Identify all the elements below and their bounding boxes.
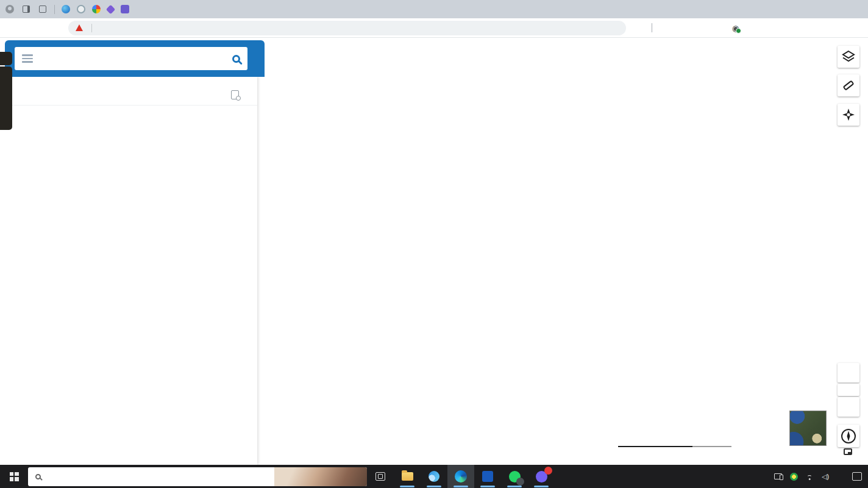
extension-icon-color[interactable]	[92, 5, 101, 13]
measure-button[interactable]	[838, 74, 859, 96]
start-button[interactable]	[0, 465, 28, 488]
browser-actions: ◉	[633, 20, 762, 36]
devices-icon[interactable]	[770, 465, 785, 488]
extension-icon-diamond[interactable]	[106, 4, 116, 14]
cadastral-map[interactable]	[257, 38, 868, 465]
system-tray: ◁)	[755, 465, 868, 488]
address-bar: ◉	[0, 18, 868, 38]
collections-icon[interactable]	[691, 20, 707, 36]
browser-tab-bar	[0, 0, 868, 18]
layers-icon	[841, 49, 856, 65]
map-canvas[interactable]	[257, 38, 868, 465]
lotinfo-extension-tab[interactable]	[0, 52, 13, 130]
notification-icon[interactable]	[850, 465, 864, 488]
parcel-info-panel	[0, 77, 257, 465]
task-view-button[interactable]	[367, 465, 394, 488]
search-bar	[15, 47, 247, 70]
new-tab-button[interactable]	[134, 1, 151, 18]
split-screen-icon[interactable]	[655, 20, 671, 36]
close-button[interactable]	[840, 0, 868, 18]
search-header	[5, 40, 265, 77]
windows-logo-icon	[10, 472, 19, 481]
map-footer-icons	[828, 448, 852, 455]
minimize-button[interactable]	[784, 0, 812, 18]
search-icon	[35, 474, 41, 479]
photos-button[interactable]	[421, 465, 447, 488]
windows-taskbar: ◁)	[0, 465, 868, 488]
whatsapp-button[interactable]	[501, 465, 528, 488]
divider	[54, 5, 55, 14]
panel-tabs	[0, 105, 257, 125]
home-button[interactable]	[48, 20, 65, 36]
page-content	[0, 38, 868, 465]
doc-search-icon[interactable]	[231, 90, 239, 99]
refresh-button[interactable]	[27, 20, 44, 36]
overview-minimap[interactable]	[789, 411, 827, 446]
tray-expand-icon[interactable]	[755, 465, 769, 488]
zoom-in-button[interactable]	[838, 363, 859, 382]
viber-badge	[544, 467, 552, 475]
maximize-button[interactable]	[812, 0, 840, 18]
word-button[interactable]	[474, 465, 501, 488]
collapse-panel-icon[interactable]	[256, 52, 266, 66]
fullscreen-icon[interactable]	[844, 448, 852, 455]
zoom-more-button[interactable]	[838, 384, 859, 396]
search-icon[interactable]	[232, 55, 240, 63]
folder-icon	[402, 472, 413, 481]
profile-icon[interactable]	[5, 4, 15, 14]
clock[interactable]	[841, 472, 848, 480]
url-field[interactable]	[68, 21, 626, 35]
volume-icon[interactable]: ◁)	[818, 465, 833, 488]
copilot-icon[interactable]	[633, 20, 649, 36]
word-icon	[482, 471, 493, 482]
ruler-icon	[841, 77, 856, 93]
security-warning-icon	[76, 24, 83, 31]
zoom-out-button[interactable]	[838, 397, 859, 417]
lotinfo-label[interactable]	[0, 66, 12, 130]
sidebar-icon[interactable]	[38, 4, 48, 14]
sync-profile-icon[interactable]: ◉	[728, 20, 744, 36]
edge-button[interactable]	[447, 465, 474, 488]
lotinfo-expand-icon[interactable]	[0, 52, 12, 65]
extension-icon-gray[interactable]	[77, 5, 85, 13]
extension-icon-blue[interactable]	[62, 5, 70, 13]
browser-window: ◉	[0, 0, 868, 488]
antivirus-icon[interactable]	[786, 465, 801, 488]
browser-leading-icons	[0, 0, 134, 18]
extension-icon-purple[interactable]	[121, 5, 129, 13]
layers-button[interactable]	[838, 46, 859, 68]
divider	[91, 24, 92, 32]
file-explorer-button[interactable]	[394, 465, 421, 488]
divider	[652, 23, 652, 32]
viber-button[interactable]	[528, 465, 555, 488]
compass-icon	[840, 428, 857, 445]
whatsapp-badge	[516, 478, 524, 486]
star4-icon	[841, 107, 856, 123]
favorites-icon[interactable]	[673, 20, 689, 36]
taskbar-search[interactable]	[28, 467, 367, 486]
edge-icon	[455, 470, 467, 483]
task-view-icon	[375, 472, 385, 481]
search-input[interactable]	[51, 54, 220, 63]
map-scale-bar	[618, 444, 692, 447]
scale-line	[618, 446, 692, 447]
tab-group-icon[interactable]	[21, 4, 31, 14]
geolocation-button[interactable]	[838, 425, 859, 447]
more-menu-icon[interactable]	[746, 20, 762, 36]
history-icon[interactable]	[710, 20, 725, 36]
search-highlight-image[interactable]	[274, 467, 367, 486]
position-button[interactable]	[838, 104, 859, 126]
window-controls	[784, 0, 868, 18]
wifi-icon[interactable]	[802, 465, 817, 488]
back-button[interactable]	[6, 20, 23, 36]
photos-icon	[429, 471, 439, 482]
menu-icon[interactable]	[22, 54, 33, 63]
